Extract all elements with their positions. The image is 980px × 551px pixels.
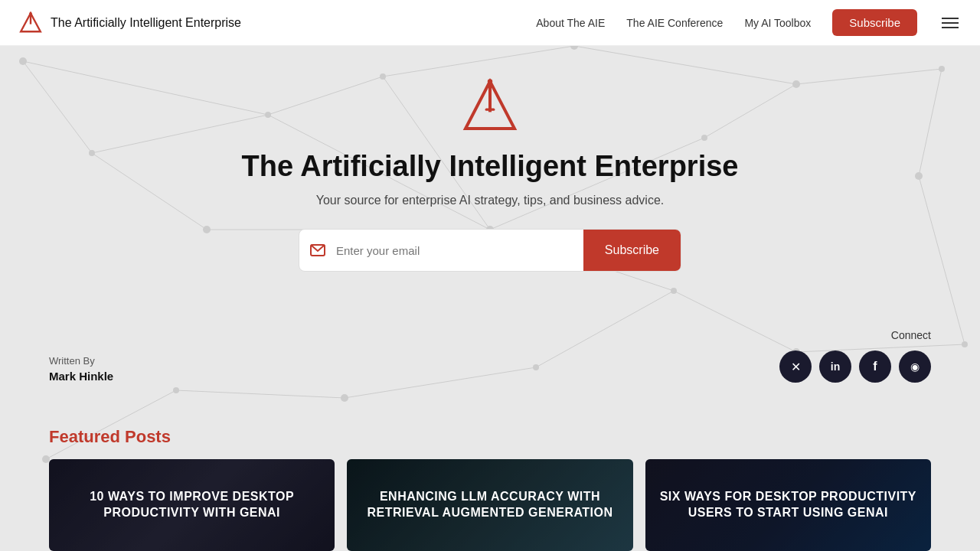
connect-section: Connect ✕ in f ◉ xyxy=(779,329,931,383)
hamburger-line-1 xyxy=(942,18,959,19)
svg-point-43 xyxy=(29,11,31,14)
post-card-2-title: ENHANCING LLM ACCURACY WITH RETRIEVAL AU… xyxy=(359,489,620,521)
post-card-3[interactable]: SIX WAYS FOR DESKTOP PRODUCTIVITY USERS … xyxy=(645,459,931,551)
rss-icon: ◉ xyxy=(910,360,920,373)
hamburger-line-3 xyxy=(942,27,959,28)
post-card-3-bg: SIX WAYS FOR DESKTOP PRODUCTIVITY USERS … xyxy=(645,459,931,551)
logo-icon xyxy=(18,11,43,35)
email-icon xyxy=(299,244,336,256)
featured-section: Featured Posts 10 WAYS TO IMPROVE DESKTO… xyxy=(0,427,980,551)
rss-button[interactable]: ◉ xyxy=(899,350,931,383)
hero-logo-icon xyxy=(459,77,521,138)
subscribe-button[interactable]: Subscribe xyxy=(583,230,681,271)
hamburger-line-2 xyxy=(942,22,959,24)
facebook-button[interactable]: f xyxy=(859,350,891,383)
nav-link-toolbox[interactable]: My AI Toolbox xyxy=(744,17,811,29)
hero-subtitle: Your source for enterprise AI strategy, … xyxy=(316,194,664,207)
linkedin-icon: in xyxy=(831,360,840,373)
posts-grid: 10 WAYS TO IMPROVE DESKTOP PRODUCTIVITY … xyxy=(49,459,931,551)
author-name: Mark Hinkle xyxy=(49,370,113,383)
post-card-2-bg: ENHANCING LLM ACCURACY WITH RETRIEVAL AU… xyxy=(347,459,632,551)
email-input[interactable] xyxy=(336,244,583,257)
navbar-subscribe-button[interactable]: Subscribe xyxy=(832,9,917,36)
linkedin-button[interactable]: in xyxy=(819,350,851,383)
navbar: The Artificially Intelligent Enterprise … xyxy=(0,0,980,46)
hero-title: The Artificially Intelligent Enterprise xyxy=(242,150,739,183)
navbar-links: About The AIE The AIE Conference My AI T… xyxy=(536,9,962,36)
social-icons: ✕ in f ◉ xyxy=(779,350,931,383)
hamburger-menu-button[interactable] xyxy=(939,15,962,31)
post-card-1-overlay: 10 WAYS TO IMPROVE DESKTOP PRODUCTIVITY … xyxy=(49,459,335,551)
written-by-label: Written By xyxy=(49,355,113,367)
svg-rect-47 xyxy=(485,109,495,111)
twitter-icon: ✕ xyxy=(791,360,801,374)
featured-posts-title: Featured Posts xyxy=(49,427,931,447)
hero-section: The Artificially Intelligent Enterprise … xyxy=(0,46,980,295)
post-card-2-overlay: ENHANCING LLM ACCURACY WITH RETRIEVAL AU… xyxy=(347,459,632,551)
facebook-icon: f xyxy=(873,360,877,373)
post-card-2[interactable]: ENHANCING LLM ACCURACY WITH RETRIEVAL AU… xyxy=(347,459,632,551)
post-card-3-overlay: SIX WAYS FOR DESKTOP PRODUCTIVITY USERS … xyxy=(645,459,931,551)
navbar-brand: The Artificially Intelligent Enterprise xyxy=(18,11,241,35)
nav-link-about[interactable]: About The AIE xyxy=(536,17,605,29)
author-info: Written By Mark Hinkle xyxy=(49,355,113,383)
email-form: Subscribe xyxy=(299,229,681,272)
post-card-3-title: SIX WAYS FOR DESKTOP PRODUCTIVITY USERS … xyxy=(658,489,919,521)
twitter-button[interactable]: ✕ xyxy=(779,350,812,383)
post-card-1[interactable]: 10 WAYS TO IMPROVE DESKTOP PRODUCTIVITY … xyxy=(49,459,335,551)
post-card-1-title: 10 WAYS TO IMPROVE DESKTOP PRODUCTIVITY … xyxy=(61,489,322,521)
post-card-1-bg: 10 WAYS TO IMPROVE DESKTOP PRODUCTIVITY … xyxy=(49,459,335,551)
nav-link-conference[interactable]: The AIE Conference xyxy=(626,17,723,29)
svg-point-46 xyxy=(488,79,492,83)
connect-label: Connect xyxy=(891,329,931,341)
navbar-title: The Artificially Intelligent Enterprise xyxy=(51,16,241,30)
